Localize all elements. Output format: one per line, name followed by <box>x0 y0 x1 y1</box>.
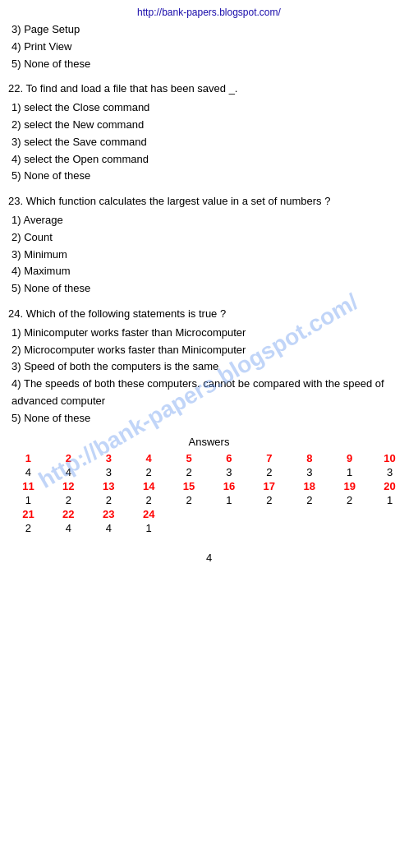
ans-header-13: 13 <box>89 479 129 493</box>
answers-row1-headers: 1 2 3 4 5 6 7 8 9 10 <box>8 451 410 465</box>
ans-header-6: 6 <box>209 451 250 465</box>
question-22-block: 22. To find and load a file that has bee… <box>8 81 410 185</box>
q22-option-2: 2) select the New command <box>8 117 410 134</box>
ans-val-9: 1 <box>329 465 370 479</box>
ans-header-15: 15 <box>169 479 209 493</box>
page-container: http://bank-papers.blogspot.com/ 3) Page… <box>0 0 418 868</box>
question-24-block: 24. Which of the following statements is… <box>8 306 410 427</box>
ans-header-11: 11 <box>8 479 48 493</box>
ans-val-blank-4 <box>289 521 329 535</box>
ans-val-24: 1 <box>129 521 169 535</box>
question-23-text: 23. Which function calculates the larges… <box>8 193 410 210</box>
ans-header-24: 24 <box>129 507 169 521</box>
ans-header-5: 5 <box>169 451 209 465</box>
ans-header-1: 1 <box>8 451 48 465</box>
q23-option-1: 1) Average <box>8 212 410 229</box>
ans-val-7: 2 <box>249 465 289 479</box>
question-24-text: 24. Which of the following statements is… <box>8 306 410 323</box>
ans-header-blank-2 <box>209 507 250 521</box>
ans-header-3: 3 <box>89 451 129 465</box>
ans-val-10: 3 <box>370 465 410 479</box>
ans-header-23: 23 <box>89 507 129 521</box>
site-url: http://bank-papers.blogspot.com/ <box>8 7 410 18</box>
ans-header-19: 19 <box>329 479 370 493</box>
answers-row3-values: 2 4 4 1 <box>8 521 410 535</box>
ans-header-18: 18 <box>289 479 329 493</box>
ans-val-blank-3 <box>249 521 289 535</box>
ans-val-blank-5 <box>329 521 370 535</box>
question-23-block: 23. Which function calculates the larges… <box>8 193 410 298</box>
option-print-view: 4) Print View <box>8 39 410 56</box>
ans-val-17: 2 <box>249 493 289 507</box>
ans-val-18: 2 <box>289 493 329 507</box>
ans-header-9: 9 <box>329 451 370 465</box>
ans-val-6: 3 <box>209 465 250 479</box>
ans-val-blank-1 <box>169 521 209 535</box>
ans-header-17: 17 <box>249 479 289 493</box>
q23-option-2: 2) Count <box>8 229 410 247</box>
q22-option-1: 1) select the Close command <box>8 99 410 117</box>
ans-header-10: 10 <box>370 451 410 465</box>
ans-val-11: 1 <box>8 493 48 507</box>
q22-option-3: 3) select the Save command <box>8 134 410 151</box>
q24-option-5: 5) None of these <box>8 410 410 427</box>
ans-val-4: 2 <box>129 465 169 479</box>
ans-val-20: 1 <box>370 493 410 507</box>
answers-row2-values: 1 2 2 2 2 1 2 2 2 1 <box>8 493 410 507</box>
q24-option-2: 2) Microcomputer works faster than Minic… <box>8 342 410 359</box>
top-options-block: 3) Page Setup 4) Print View 5) None of t… <box>8 21 410 72</box>
q23-option-3: 3) Minimum <box>8 247 410 264</box>
ans-val-2: 4 <box>48 465 89 479</box>
ans-header-blank-3 <box>249 507 289 521</box>
answers-row3-headers: 21 22 23 24 <box>8 507 410 521</box>
ans-header-20: 20 <box>370 479 410 493</box>
ans-val-15: 2 <box>169 493 209 507</box>
answers-row2-headers: 11 12 13 14 15 16 17 18 19 20 <box>8 479 410 493</box>
ans-val-21: 2 <box>8 521 48 535</box>
answers-row1-values: 4 4 3 2 2 3 2 3 1 3 <box>8 465 410 479</box>
ans-val-5: 2 <box>169 465 209 479</box>
question-22-text: 22. To find and load a file that has bee… <box>8 81 410 98</box>
ans-header-16: 16 <box>209 479 250 493</box>
ans-val-12: 2 <box>48 493 89 507</box>
q24-option-1: 1) Minicomputer works faster than Microc… <box>8 325 410 342</box>
q24-option-4: 4) The speeds of both these computers. c… <box>8 376 410 410</box>
ans-header-blank-6 <box>370 507 410 521</box>
q22-option-5: 5) None of these <box>8 168 410 185</box>
option-none-top: 5) None of these <box>8 56 410 73</box>
ans-val-19: 2 <box>329 493 370 507</box>
ans-header-7: 7 <box>249 451 289 465</box>
ans-header-blank-1 <box>169 507 209 521</box>
q24-option-3: 3) Speed of both the computers is the sa… <box>8 358 410 376</box>
ans-header-4: 4 <box>129 451 169 465</box>
answers-section: Answers 1 2 3 4 5 6 7 8 9 10 4 4 3 2 2 3… <box>8 436 410 535</box>
ans-header-2: 2 <box>48 451 89 465</box>
ans-header-blank-5 <box>329 507 370 521</box>
ans-val-13: 2 <box>89 493 129 507</box>
ans-val-8: 3 <box>289 465 329 479</box>
ans-val-16: 1 <box>209 493 250 507</box>
ans-val-1: 4 <box>8 465 48 479</box>
ans-header-12: 12 <box>48 479 89 493</box>
ans-header-21: 21 <box>8 507 48 521</box>
page-number: 4 <box>8 552 410 564</box>
ans-header-blank-4 <box>289 507 329 521</box>
answers-title: Answers <box>8 436 410 448</box>
q23-option-5: 5) None of these <box>8 280 410 298</box>
ans-val-14: 2 <box>129 493 169 507</box>
ans-val-3: 3 <box>89 465 129 479</box>
q23-option-4: 4) Maximum <box>8 263 410 280</box>
ans-header-14: 14 <box>129 479 169 493</box>
ans-val-blank-6 <box>370 521 410 535</box>
q22-option-4: 4) select the Open command <box>8 151 410 169</box>
ans-val-blank-2 <box>209 521 250 535</box>
option-page-setup: 3) Page Setup <box>8 21 410 39</box>
ans-val-23: 4 <box>89 521 129 535</box>
ans-val-22: 4 <box>48 521 89 535</box>
ans-header-22: 22 <box>48 507 89 521</box>
ans-header-8: 8 <box>289 451 329 465</box>
